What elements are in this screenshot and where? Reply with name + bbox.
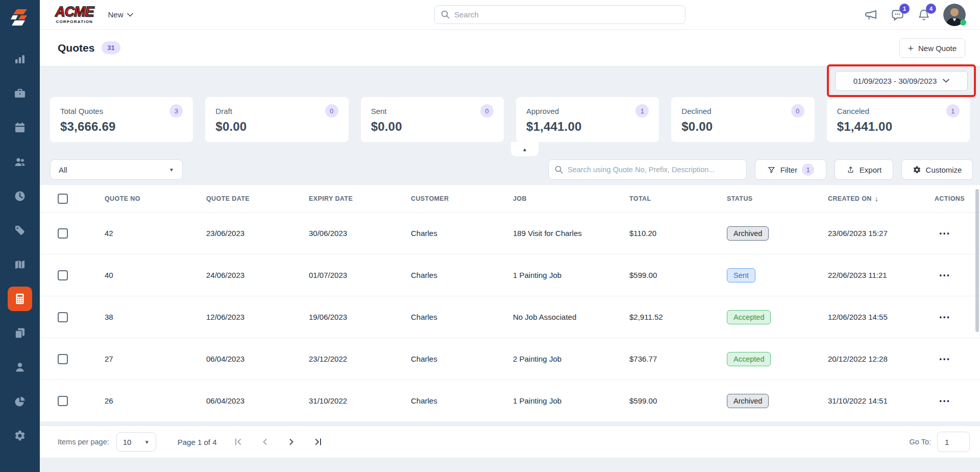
sidebar-item-timesheet[interactable] xyxy=(10,186,30,206)
dropdown-caret-icon: ▼ xyxy=(169,167,174,173)
annotation-highlight-box: 01/09/2023 - 30/09/2023 xyxy=(827,64,976,97)
stat-count-badge: 1 xyxy=(635,104,649,117)
new-menu[interactable]: New xyxy=(108,10,133,19)
gear-icon xyxy=(913,166,921,174)
stat-card-sent: Sent0 $0.00 xyxy=(361,97,504,142)
company-logo-text: ACME xyxy=(55,5,94,19)
table-toolbar: All ▼ Filter 1 Export xyxy=(50,159,973,180)
column-header-created-on[interactable]: CREATED ON ↓ xyxy=(828,195,930,203)
sidebar-item-schedule[interactable] xyxy=(10,117,30,138)
status-badge: Sent xyxy=(727,268,755,282)
filter-button[interactable]: Filter 1 xyxy=(755,159,826,180)
sidebar-item-customers[interactable] xyxy=(10,152,30,172)
search-icon xyxy=(555,166,563,174)
last-page-button[interactable] xyxy=(311,435,325,449)
plus-icon: + xyxy=(908,43,914,53)
column-header-status[interactable]: STATUS xyxy=(727,195,828,202)
status-badge: Accepted xyxy=(727,352,771,366)
online-status-dot xyxy=(960,19,966,26)
pagination-bar: Items per page: 10 ▼ Page 1 of 4 xyxy=(40,426,980,458)
chat-button[interactable]: 1 xyxy=(890,8,904,22)
export-icon xyxy=(846,166,855,174)
announcements-button[interactable] xyxy=(864,8,878,22)
sidebar-item-jobs[interactable] xyxy=(10,83,30,104)
table-row[interactable]: 42 23/06/2023 30/06/2023 Charles 189 Vis… xyxy=(40,213,980,254)
scrollbar-thumb[interactable] xyxy=(975,189,979,332)
main-area: ACME CORPORATION New 1 xyxy=(40,0,980,472)
triangle-up-icon: ▲ xyxy=(522,147,527,152)
bar-chart-icon xyxy=(14,53,26,65)
row-checkbox[interactable] xyxy=(58,228,68,239)
sidebar-item-settings[interactable] xyxy=(10,426,30,446)
pagination-controls xyxy=(232,435,325,449)
previous-page-button[interactable] xyxy=(258,435,272,449)
status-badge: Archived xyxy=(727,394,769,408)
tag-icon xyxy=(14,224,26,237)
chevron-down-icon xyxy=(943,79,949,83)
items-per-page-dropdown[interactable]: 10 ▼ xyxy=(116,432,156,452)
users-icon xyxy=(14,156,26,168)
copy-icon xyxy=(14,327,26,339)
column-header-expiry-date[interactable]: EXPIRY DATE xyxy=(309,195,411,202)
row-checkbox[interactable] xyxy=(58,396,68,406)
collapse-stats-toggle[interactable]: ▲ xyxy=(511,142,538,156)
export-button[interactable]: Export xyxy=(835,159,893,180)
table-row[interactable]: 26 06/04/2023 31/10/2022 Charles 1 Paint… xyxy=(40,380,980,422)
column-header-customer[interactable]: CUSTOMER xyxy=(411,195,513,202)
user-avatar[interactable] xyxy=(943,4,966,26)
stat-card-draft: Draft0 $0.00 xyxy=(205,97,348,142)
sidebar-item-quotes[interactable] xyxy=(8,287,32,311)
status-badge: Archived xyxy=(727,226,769,241)
column-header-quote-date[interactable]: QUOTE DATE xyxy=(206,195,309,202)
briefcase-icon xyxy=(14,87,26,100)
sidebar-item-pricing[interactable] xyxy=(10,220,30,241)
column-header-total[interactable]: TOTAL xyxy=(629,195,727,202)
notifications-button[interactable]: 4 xyxy=(917,8,931,22)
table-search-input[interactable] xyxy=(568,166,740,174)
new-quote-button[interactable]: + New Quote xyxy=(899,38,965,58)
quote-type-dropdown[interactable]: All ▼ xyxy=(50,159,183,180)
app-window: ACME CORPORATION New 1 xyxy=(0,0,980,472)
table-row[interactable]: 40 24/06/2023 01/07/2023 Charles 1 Paint… xyxy=(40,254,980,296)
stat-card-canceled: Canceled1 $1,441.00 xyxy=(827,97,970,142)
sidebar-item-map[interactable] xyxy=(10,254,30,275)
chat-badge: 1 xyxy=(899,4,910,14)
customize-button[interactable]: Customize xyxy=(901,159,973,180)
row-checkbox[interactable] xyxy=(58,312,68,322)
sidebar-item-profile[interactable] xyxy=(10,357,30,377)
pie-chart-icon xyxy=(14,395,26,408)
stat-card-total-quotes: Total Quotes3 $3,666.69 xyxy=(50,97,193,142)
first-page-icon xyxy=(233,437,243,447)
row-checkbox[interactable] xyxy=(58,354,68,364)
status-badge: Accepted xyxy=(727,310,771,324)
stat-card-approved: Approved1 $1,441.00 xyxy=(516,97,659,142)
company-logo[interactable]: ACME CORPORATION xyxy=(55,5,94,24)
date-range-selector[interactable]: 01/09/2023 - 30/09/2023 xyxy=(835,71,968,91)
table-row[interactable]: 27 06/04/2023 23/12/2022 Charles 2 Paint… xyxy=(40,338,980,380)
global-search xyxy=(434,5,685,24)
table-row[interactable]: 38 12/06/2023 19/06/2023 Charles No Job … xyxy=(40,296,980,338)
page-header: Quotes 31 + New Quote xyxy=(40,30,980,66)
sidebar xyxy=(0,0,40,472)
goto-page-input[interactable] xyxy=(937,432,970,452)
global-search-input[interactable] xyxy=(454,10,679,19)
search-icon xyxy=(441,10,450,19)
chevron-down-icon xyxy=(127,13,133,17)
first-page-button[interactable] xyxy=(232,435,245,449)
sidebar-item-documents[interactable] xyxy=(10,323,30,343)
select-all-checkbox[interactable] xyxy=(58,194,68,204)
column-header-quote-no[interactable]: QUOTE NO xyxy=(105,195,206,202)
goto-label: Go To: xyxy=(910,438,931,446)
next-page-button[interactable] xyxy=(285,435,298,449)
sidebar-item-dashboard[interactable] xyxy=(10,49,30,69)
clock-icon xyxy=(14,190,26,202)
app-logo-icon[interactable] xyxy=(9,6,31,30)
stat-count-badge: 1 xyxy=(946,104,960,117)
row-checkbox[interactable] xyxy=(58,270,68,280)
column-header-job[interactable]: JOB xyxy=(513,195,629,202)
items-per-page-label: Items per page: xyxy=(58,438,109,446)
quotes-count-badge: 31 xyxy=(102,41,120,54)
page-info: Page 1 of 4 xyxy=(178,438,217,446)
stat-count-badge: 0 xyxy=(325,104,338,117)
sidebar-item-reports[interactable] xyxy=(10,391,30,412)
